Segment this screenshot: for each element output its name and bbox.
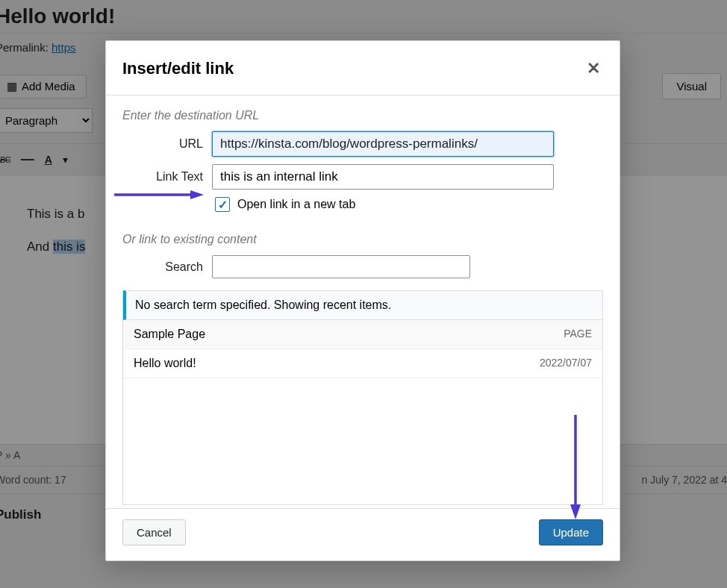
new-tab-row: ✓ Open link in a new tab — [215, 197, 603, 212]
search-row: Search — [122, 255, 603, 278]
url-input[interactable] — [212, 131, 554, 157]
result-title: Sample Page — [134, 328, 205, 341]
result-meta: 2022/07/07 — [540, 357, 592, 370]
result-title: Hello world! — [134, 357, 196, 370]
link-text-input[interactable] — [212, 164, 554, 190]
modal-header: Insert/edit link ✕ — [106, 41, 620, 96]
url-label: URL — [122, 137, 203, 151]
close-icon[interactable]: ✕ — [584, 56, 603, 81]
result-item[interactable]: Sample Page PAGE — [123, 320, 602, 349]
link-text-field-row: Link Text — [122, 164, 603, 190]
search-label: Search — [122, 260, 203, 274]
search-input[interactable] — [212, 255, 470, 278]
modal-body: Enter the destination URL URL Link Text … — [106, 96, 620, 508]
results-box: No search term specified. Showing recent… — [122, 290, 603, 505]
hint-url: Enter the destination URL — [122, 109, 603, 122]
results-notice: No search term specified. Showing recent… — [123, 290, 602, 320]
result-meta: PAGE — [564, 328, 592, 341]
new-tab-checkbox[interactable]: ✓ — [215, 197, 230, 212]
hint-existing: Or link to existing content — [122, 233, 603, 246]
new-tab-label: Open link in a new tab — [237, 198, 355, 211]
cancel-button[interactable]: Cancel — [122, 519, 186, 545]
modal-title: Insert/edit link — [122, 59, 234, 78]
update-button[interactable]: Update — [539, 519, 603, 545]
modal-footer: Cancel Update — [106, 508, 620, 560]
result-item[interactable]: Hello world! 2022/07/07 — [123, 349, 602, 378]
link-modal: Insert/edit link ✕ Enter the destination… — [105, 40, 620, 561]
link-text-label: Link Text — [122, 170, 203, 184]
url-field-row: URL — [122, 131, 603, 157]
